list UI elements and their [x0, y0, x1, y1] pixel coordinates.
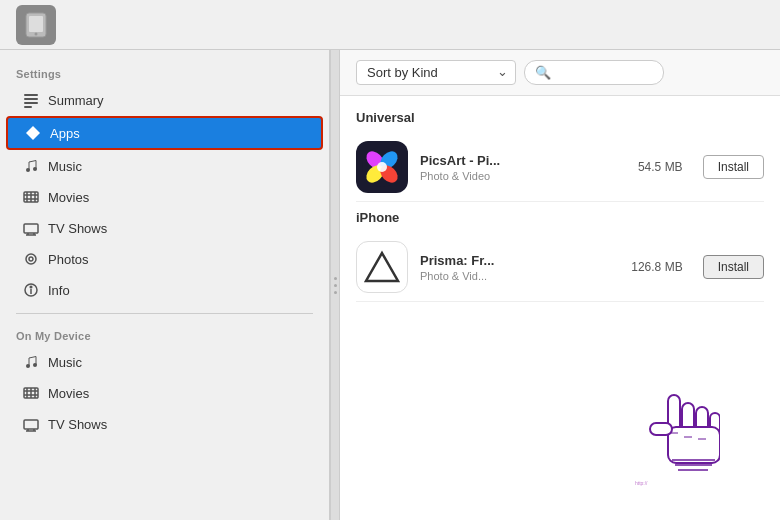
svg-marker-43	[366, 253, 398, 281]
picsart-name: PicsArt - Pi...	[420, 153, 580, 168]
sidebar-item-movies[interactable]: Movies	[6, 182, 323, 212]
sidebar-item-label-summary: Summary	[48, 93, 104, 108]
movies-device-icon	[22, 384, 40, 402]
sidebar-item-info[interactable]: Info	[6, 275, 323, 305]
photos-icon	[22, 250, 40, 268]
picsart-size: 54.5 MB	[638, 160, 683, 174]
tv-icon	[22, 219, 40, 237]
cursor-hand-overlay: http://	[630, 380, 720, 480]
sidebar-item-summary[interactable]: Summary	[6, 85, 323, 115]
svg-rect-44	[668, 395, 680, 435]
sidebar-item-label-tvshows-device: TV Shows	[48, 417, 107, 432]
sidebar-item-label-music-device: Music	[48, 355, 82, 370]
sidebar-item-label-photos: Photos	[48, 252, 88, 267]
sort-select[interactable]: Sort by Kind Sort by Name Sort by Date	[356, 60, 516, 85]
svg-point-42	[377, 162, 387, 172]
apps-icon	[24, 124, 42, 142]
sidebar-item-music-device[interactable]: Music	[6, 347, 323, 377]
settings-label: Settings	[0, 60, 329, 84]
sidebar: Settings Summary Apps	[0, 50, 330, 520]
info-icon	[22, 281, 40, 299]
device-icon	[16, 5, 56, 45]
sidebar-splitter[interactable]	[330, 50, 340, 520]
sidebar-divider	[16, 313, 313, 314]
sidebar-item-label-apps: Apps	[50, 126, 80, 141]
content-wrapper: Sort by Kind Sort by Name Sort by Date U…	[340, 50, 780, 520]
music-icon	[22, 157, 40, 175]
svg-rect-33	[24, 420, 38, 429]
picsart-info: PicsArt - Pi... Photo & Video	[420, 153, 626, 182]
splitter-dot	[334, 291, 337, 294]
svg-rect-47	[710, 413, 720, 441]
content-toolbar: Sort by Kind Sort by Name Sort by Date	[340, 50, 780, 96]
splitter-handle	[333, 270, 337, 300]
svg-rect-4	[24, 98, 38, 100]
movies-icon	[22, 188, 40, 206]
svg-point-21	[29, 257, 33, 261]
svg-point-24	[30, 286, 32, 288]
svg-rect-48	[668, 427, 720, 463]
sidebar-item-tvshows[interactable]: TV Shows	[6, 213, 323, 243]
music-device-icon	[22, 353, 40, 371]
top-bar	[0, 0, 780, 50]
sidebar-item-movies-device[interactable]: Movies	[6, 378, 323, 408]
sidebar-item-label-info: Info	[48, 283, 70, 298]
picsart-install-button[interactable]: Install	[703, 155, 764, 179]
section-heading-universal: Universal	[356, 110, 764, 125]
content-area: Sort by Kind Sort by Name Sort by Date U…	[340, 50, 780, 520]
svg-point-9	[33, 167, 37, 171]
svg-point-20	[26, 254, 36, 264]
svg-rect-49	[650, 423, 672, 435]
prisma-name: Prisma: Fr...	[420, 253, 580, 268]
content-body: Universal	[340, 96, 780, 520]
sidebar-item-label-music: Music	[48, 159, 82, 174]
section-heading-iphone: iPhone	[356, 210, 764, 225]
prisma-info: Prisma: Fr... Photo & Vid...	[420, 253, 619, 282]
prisma-size: 126.8 MB	[631, 260, 682, 274]
svg-rect-5	[24, 102, 38, 104]
svg-rect-16	[24, 224, 38, 233]
svg-point-2	[35, 32, 38, 35]
svg-text:http://: http://	[635, 480, 648, 486]
svg-rect-46	[696, 407, 708, 442]
sidebar-item-label-tvshows: TV Shows	[48, 221, 107, 236]
svg-point-25	[26, 364, 30, 368]
on-my-device-label: On My Device	[0, 322, 329, 346]
prisma-install-button[interactable]: Install	[703, 255, 764, 279]
svg-rect-45	[682, 403, 694, 441]
app-item-picsart: PicsArt - Pi... Photo & Video 54.5 MB In…	[356, 133, 764, 202]
main-container: Settings Summary Apps	[0, 50, 780, 520]
svg-rect-1	[29, 16, 43, 32]
search-input[interactable]	[524, 60, 664, 85]
sidebar-item-apps[interactable]: Apps	[6, 116, 323, 150]
svg-point-26	[33, 363, 37, 367]
svg-marker-7	[26, 126, 40, 140]
sort-select-wrapper: Sort by Kind Sort by Name Sort by Date	[356, 60, 516, 85]
splitter-dot	[334, 284, 337, 287]
sidebar-item-music[interactable]: Music	[6, 151, 323, 181]
picsart-category: Photo & Video	[420, 170, 626, 182]
app-item-prisma: Prisma: Fr... Photo & Vid... 126.8 MB In…	[356, 233, 764, 302]
svg-rect-6	[24, 106, 32, 108]
prisma-app-icon	[356, 241, 408, 293]
svg-point-8	[26, 168, 30, 172]
svg-rect-3	[24, 94, 38, 96]
sidebar-item-photos[interactable]: Photos	[6, 244, 323, 274]
picsart-app-icon	[356, 141, 408, 193]
list-icon	[22, 91, 40, 109]
tv-device-icon	[22, 415, 40, 433]
sidebar-item-label-movies: Movies	[48, 190, 89, 205]
prisma-category: Photo & Vid...	[420, 270, 619, 282]
splitter-dot	[334, 277, 337, 280]
sidebar-item-tvshows-device[interactable]: TV Shows	[6, 409, 323, 439]
sidebar-item-label-movies-device: Movies	[48, 386, 89, 401]
